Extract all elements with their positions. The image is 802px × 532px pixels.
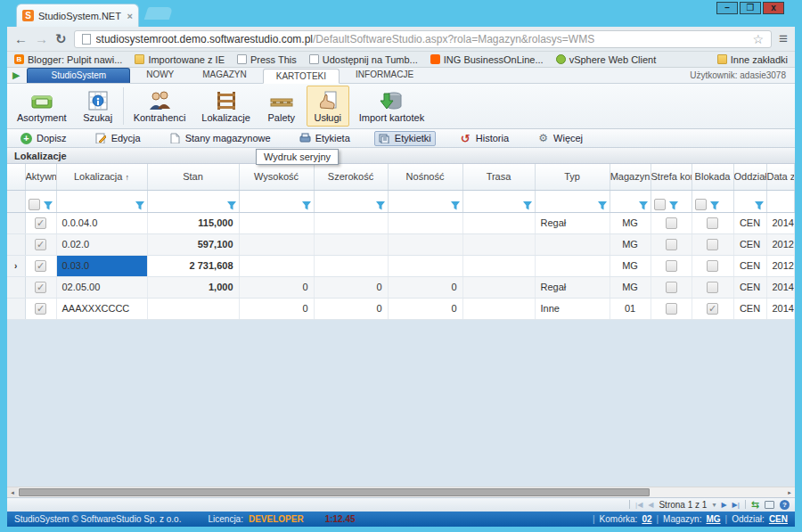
maximize-button[interactable]: ❒ — [740, 2, 761, 14]
tab-kartoteki[interactable]: KARTOTEKI — [263, 69, 340, 84]
oddzial-cell[interactable]: CEN — [733, 233, 766, 255]
lokalizacja-cell-selected[interactable]: 0.03.0 — [56, 255, 147, 276]
stan-cell[interactable] — [147, 298, 239, 319]
ribbon-button-import-kartotek[interactable]: Import kartotek — [353, 86, 430, 127]
app-button-studiosystem[interactable]: StudioSystem — [27, 68, 130, 83]
typ-cell[interactable]: Regał — [535, 212, 610, 233]
szerokosc-cell[interactable] — [314, 255, 388, 276]
first-page-icon[interactable]: |◀ — [635, 501, 642, 509]
back-icon[interactable]: ← — [14, 31, 28, 46]
filter-icon[interactable] — [44, 201, 53, 210]
new-tab-button[interactable] — [144, 7, 174, 20]
data-cell[interactable]: 2012- — [766, 255, 795, 276]
stan-cell[interactable]: 115,000 — [147, 212, 239, 233]
filter-szerokosc[interactable] — [314, 190, 388, 212]
filter-icon[interactable] — [451, 201, 460, 210]
szerokosc-cell[interactable] — [314, 212, 388, 233]
col-aktywne[interactable]: Aktywne — [25, 164, 56, 190]
filter-icon[interactable] — [669, 201, 678, 210]
table-row[interactable]: ✓ 0.0.04.0 115,000 Regał MG CEN 2014- — [7, 212, 795, 233]
filter-wysokosc[interactable] — [239, 190, 314, 212]
scroll-right-icon[interactable]: ▸ — [784, 487, 795, 497]
bookmark-ing[interactable]: ING BusinessOnLine... — [430, 54, 544, 65]
cell-link[interactable]: 02 — [642, 514, 651, 524]
historia-button[interactable]: ↺Historia — [455, 131, 513, 146]
etykieta-button[interactable]: Etykieta — [295, 131, 355, 146]
magazyn-cell[interactable]: MG — [610, 233, 651, 255]
filter-lokalizacja[interactable] — [56, 190, 147, 212]
filter-checkbox[interactable] — [29, 199, 40, 210]
col-wysokosc[interactable]: Wysokość — [239, 164, 314, 190]
lokalizacja-cell[interactable]: 0.0.04.0 — [56, 212, 147, 233]
tab-close-icon[interactable]: × — [127, 11, 133, 21]
prev-page-icon[interactable]: ◀ — [648, 501, 653, 509]
blokada-cell[interactable]: ✓ — [692, 298, 733, 319]
checkbox-checked[interactable]: ✓ — [707, 303, 718, 315]
filter-icon[interactable] — [135, 201, 144, 210]
trasa-cell[interactable] — [462, 255, 535, 276]
table-row[interactable]: ✓ 02.05.00 1,000 0 0 0 Regał MG CEN 2014… — [7, 276, 795, 298]
next-page-icon[interactable]: ▶ — [721, 501, 726, 509]
trasa-cell[interactable] — [462, 233, 535, 255]
checkbox-checked[interactable]: ✓ — [35, 260, 46, 272]
checkbox-checked[interactable]: ✓ — [35, 217, 46, 229]
scroll-left-icon[interactable]: ◂ — [7, 487, 18, 497]
checkbox[interactable] — [707, 260, 718, 272]
checkbox-checked[interactable]: ✓ — [35, 239, 46, 250]
magazyn-cell[interactable]: MG — [610, 276, 651, 298]
col-data[interactable]: Data z — [766, 164, 795, 190]
szerokosc-cell[interactable] — [314, 233, 388, 255]
blokada-cell[interactable] — [692, 276, 733, 298]
bookmark-press-this[interactable]: Press This — [237, 54, 297, 65]
checkbox[interactable] — [707, 217, 718, 229]
wiecej-button[interactable]: ⚙Więcej — [533, 131, 587, 146]
table-row-selected[interactable]: › ✓ 0.03.0 2 731,608 MG CEN 2012- — [7, 255, 795, 276]
checkbox-checked[interactable]: ✓ — [35, 282, 46, 293]
filter-icon[interactable] — [598, 201, 607, 210]
reload-icon[interactable]: ↻ — [55, 31, 67, 47]
checkbox[interactable] — [707, 239, 718, 250]
horizontal-scrollbar[interactable]: ◂ ▸ — [7, 487, 795, 497]
strefa-cell[interactable] — [651, 255, 692, 276]
filter-icon[interactable] — [755, 201, 764, 210]
bookmark-star-icon[interactable]: ☆ — [753, 32, 765, 46]
export-icon[interactable] — [765, 501, 774, 509]
ribbon-button-asortyment[interactable]: Asortyment — [11, 86, 73, 127]
branch-link[interactable]: CEN — [769, 514, 788, 524]
strefa-cell[interactable] — [651, 233, 692, 255]
col-typ[interactable]: Typ — [535, 164, 610, 190]
forward-icon[interactable]: → — [35, 31, 48, 46]
data-cell[interactable]: 2012- — [766, 233, 795, 255]
filter-icon[interactable] — [227, 201, 236, 210]
szerokosc-cell[interactable]: 0 — [314, 276, 388, 298]
data-cell[interactable]: 2014- — [766, 212, 795, 233]
filter-magazyn[interactable] — [610, 190, 651, 212]
url-bar[interactable]: studiosystemroot.demo.softwarestudio.com… — [74, 30, 773, 48]
trasa-cell[interactable] — [462, 276, 535, 298]
aktywne-cell[interactable]: ✓ — [25, 212, 56, 233]
nosnosc-cell[interactable]: 0 — [388, 298, 462, 319]
oddzial-cell[interactable]: CEN — [733, 255, 766, 276]
filter-oddzial[interactable] — [733, 190, 766, 212]
szerokosc-cell[interactable]: 0 — [314, 298, 388, 319]
blokada-cell[interactable] — [692, 255, 733, 276]
checkbox[interactable] — [666, 260, 677, 272]
minimize-button[interactable]: – — [716, 2, 738, 14]
stan-cell[interactable]: 2 731,608 — [147, 255, 239, 276]
lokalizacja-cell[interactable]: 02.05.00 — [56, 276, 147, 298]
strefa-cell[interactable] — [651, 276, 692, 298]
aktywne-cell[interactable]: ✓ — [25, 298, 56, 319]
browser-tab[interactable]: S StudioSystem.NET (c) Sof × — [16, 4, 139, 27]
lokalizacja-cell[interactable]: AAAXXXCCCC — [56, 298, 147, 319]
last-page-icon[interactable]: ▶| — [732, 501, 740, 509]
wysokosc-cell[interactable] — [239, 233, 314, 255]
checkbox-checked[interactable]: ✓ — [35, 303, 46, 315]
filter-blokada[interactable] — [692, 190, 733, 212]
filter-typ[interactable] — [535, 190, 610, 212]
help-icon[interactable]: ? — [780, 500, 790, 510]
trasa-cell[interactable] — [462, 212, 535, 233]
filter-stan[interactable] — [147, 190, 239, 212]
filter-trasa[interactable] — [462, 190, 535, 212]
col-magazyn[interactable]: Magazyn — [610, 164, 651, 190]
wysokosc-cell[interactable] — [239, 212, 314, 233]
